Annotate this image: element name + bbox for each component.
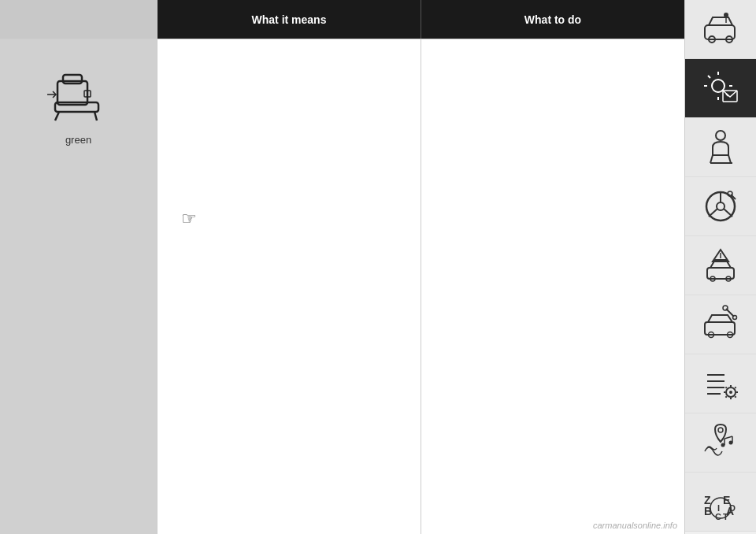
svg-text:D: D bbox=[729, 503, 736, 513]
multimedia-icon bbox=[701, 423, 740, 462]
sidebar: Z B E A I C T D bbox=[685, 0, 756, 534]
car-tool-icon bbox=[701, 305, 740, 344]
sidebar-item-language[interactable]: Z B E A I C T D bbox=[685, 473, 756, 532]
warning-light-icon bbox=[701, 69, 740, 108]
svg-point-36 bbox=[720, 259, 721, 261]
indicator-col: green bbox=[0, 39, 158, 534]
seat-icon-svg bbox=[43, 67, 114, 122]
svg-point-57 bbox=[718, 428, 723, 432]
sidebar-item-car-tool[interactable] bbox=[685, 295, 756, 354]
seat-indicator-icon bbox=[39, 63, 118, 126]
sidebar-item-warning-light[interactable] bbox=[685, 59, 756, 118]
svg-line-22 bbox=[728, 155, 731, 163]
pointer-area: ☞ bbox=[173, 209, 405, 229]
means-col: ☞ bbox=[158, 39, 421, 534]
steering-icon bbox=[701, 187, 740, 226]
svg-point-25 bbox=[717, 202, 724, 210]
svg-line-55 bbox=[735, 387, 736, 388]
svg-rect-2 bbox=[63, 75, 82, 83]
person-seat-icon bbox=[701, 128, 740, 167]
svg-point-10 bbox=[724, 13, 728, 17]
svg-point-20 bbox=[716, 131, 725, 140]
content-area: What it means What to do bbox=[0, 0, 685, 534]
sidebar-item-car-info[interactable] bbox=[685, 0, 756, 59]
svg-line-54 bbox=[735, 396, 736, 397]
header-indicator-col bbox=[0, 0, 158, 39]
header-row: What it means What to do bbox=[0, 0, 684, 39]
svg-line-17 bbox=[708, 76, 710, 78]
body-row: green ☞ bbox=[0, 39, 684, 534]
header-means-label: What it means bbox=[252, 13, 327, 26]
svg-line-3 bbox=[55, 112, 59, 121]
svg-text:C: C bbox=[715, 512, 721, 521]
pointer-icon: ☞ bbox=[181, 209, 197, 229]
svg-text:T: T bbox=[723, 512, 728, 521]
watermark: carmanualsonline.info bbox=[593, 521, 677, 530]
svg-line-53 bbox=[725, 387, 726, 388]
svg-point-62 bbox=[729, 441, 733, 445]
indicator-label: green bbox=[65, 134, 91, 146]
svg-rect-1 bbox=[57, 81, 87, 105]
sidebar-item-person[interactable] bbox=[685, 118, 756, 177]
sidebar-item-hazard[interactable] bbox=[685, 236, 756, 295]
svg-point-12 bbox=[712, 80, 724, 92]
svg-line-27 bbox=[709, 209, 717, 217]
svg-line-4 bbox=[94, 112, 97, 121]
svg-line-21 bbox=[710, 155, 713, 163]
svg-point-42 bbox=[733, 316, 737, 320]
header-todo-col: What to do bbox=[421, 0, 684, 39]
car-info-icon bbox=[701, 9, 740, 49]
sidebar-item-settings[interactable] bbox=[685, 354, 756, 413]
settings-icon bbox=[701, 364, 740, 403]
header-todo-label: What to do bbox=[524, 13, 581, 26]
hazard-icon bbox=[701, 246, 740, 285]
svg-line-58 bbox=[724, 436, 732, 439]
sidebar-item-steering[interactable] bbox=[685, 177, 756, 236]
main-layout: What it means What to do bbox=[0, 0, 756, 534]
svg-line-56 bbox=[725, 396, 726, 397]
svg-point-61 bbox=[721, 443, 725, 447]
sidebar-item-multimedia[interactable] bbox=[685, 413, 756, 473]
todo-col bbox=[421, 39, 684, 534]
svg-point-41 bbox=[723, 306, 728, 310]
language-icon: Z B E A I C T D bbox=[701, 482, 740, 521]
svg-point-48 bbox=[729, 391, 732, 394]
svg-line-28 bbox=[724, 209, 732, 217]
header-means-col: What it means bbox=[158, 0, 421, 39]
